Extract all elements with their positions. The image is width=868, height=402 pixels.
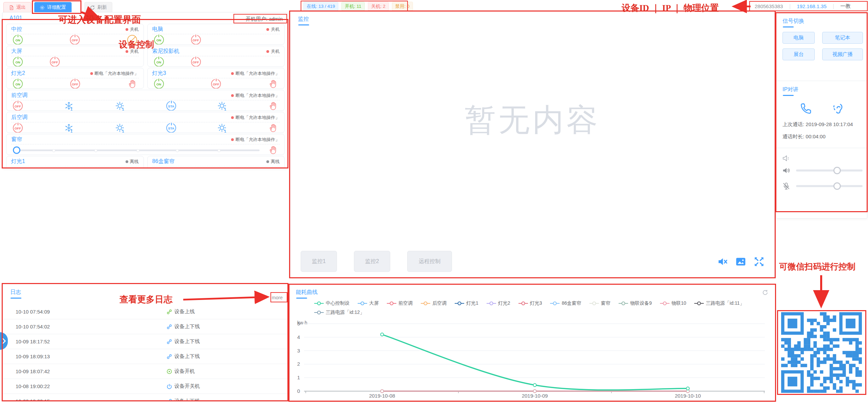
legend-item[interactable]: 灯光1 (455, 300, 478, 306)
monitor1-button[interactable]: 监控1 (301, 251, 337, 272)
device-title[interactable]: 灯光3 (152, 70, 166, 77)
cool-mode-icon[interactable]: 1 (64, 123, 74, 133)
power-off-button[interactable]: OFF (191, 35, 201, 45)
legend-item[interactable]: 86盒窗帘 (550, 300, 581, 306)
device-title[interactable]: 窗帘 (11, 136, 22, 143)
power-on-button[interactable]: ON (13, 79, 23, 89)
legend-item[interactable]: 后空调 (421, 300, 447, 306)
curtain-slider[interactable] (13, 145, 260, 155)
volume-slider[interactable] (796, 169, 863, 172)
listen-ear-icon[interactable] (830, 102, 845, 116)
svg-text:5: 5 (297, 321, 300, 326)
device-title[interactable]: 中控 (11, 26, 22, 33)
device-card-dengguang3: 灯光3 断电「允许本地操作」 ON OFF (147, 68, 285, 89)
manual-hand-icon[interactable] (268, 145, 278, 155)
more-logs-link[interactable]: more (272, 295, 283, 300)
fullscreen-icon[interactable] (753, 256, 765, 267)
power-on-button[interactable]: ON (154, 79, 164, 89)
device-title[interactable]: 前空调 (11, 92, 27, 99)
svg-text:1: 1 (71, 129, 73, 133)
remote-control-button[interactable]: 远程控制 (407, 251, 452, 272)
power-off-button[interactable]: OFF (70, 79, 80, 89)
power-on-button[interactable]: ON (154, 35, 164, 45)
power-off-button[interactable]: OFF (50, 57, 60, 67)
device-title[interactable]: 灯光2 (11, 70, 25, 77)
sta-mode-button[interactable]: STA (166, 123, 176, 133)
ban-icon[interactable] (127, 35, 137, 45)
status-dot (126, 160, 128, 163)
tab-room-a101[interactable]: A101 (10, 15, 22, 21)
refresh-icon (90, 5, 95, 10)
power-off-button[interactable]: OFF (13, 101, 23, 111)
power-on-button[interactable]: ON (154, 57, 164, 67)
power-off-button[interactable]: OFF (70, 35, 80, 45)
snapshot-image-icon[interactable] (735, 256, 747, 267)
signal-booth-button[interactable]: 展台 (782, 48, 815, 60)
chart-legend: 中心控制设大屏前空调后空调灯光1灯光2灯光386盒窗帘窗帘物联设备9物联10三路… (314, 300, 763, 316)
refresh-button[interactable]: 刷新 (84, 2, 112, 13)
manual-hand-icon[interactable] (128, 79, 137, 89)
fan-mode-icon[interactable]: 1 (217, 123, 227, 133)
legend-item[interactable]: 窗帘 (589, 300, 610, 306)
log-event: 设备开机 (167, 368, 195, 375)
power-off-button[interactable]: OFF (13, 123, 23, 133)
device-title[interactable]: 后空调 (11, 114, 27, 121)
fan-mode-icon[interactable]: 1 (217, 101, 227, 111)
power-on-count-badge: 开机: 11 (341, 2, 365, 11)
log-row: 10-09 18:09:13 设备上下线 (3, 349, 287, 364)
phone-call-icon[interactable] (799, 102, 813, 116)
signal-buttons: 电脑 笔记本 展台 视频广播 (782, 32, 863, 60)
manual-hand-icon[interactable] (268, 101, 278, 111)
wechat-qr-code (781, 312, 862, 393)
volume-slider-handle[interactable] (833, 167, 841, 174)
legend-item[interactable]: 大屏 (358, 300, 379, 306)
legend-item[interactable]: 灯光2 (487, 300, 510, 306)
cool-mode-icon[interactable]: 1 (64, 101, 74, 111)
monitor2-button[interactable]: 监控2 (354, 251, 390, 272)
signal-pc-button[interactable]: 电脑 (782, 32, 815, 44)
mute-speaker-icon[interactable] (717, 256, 728, 267)
mic-slider[interactable] (796, 185, 863, 187)
power-on-button[interactable]: ON (13, 35, 23, 45)
slider-handle[interactable] (13, 146, 20, 154)
legend-item[interactable]: 物联设备9 (619, 300, 652, 306)
mic-slider-handle[interactable] (833, 182, 841, 190)
power-off-button[interactable]: OFF (191, 57, 201, 67)
log-event: 设备上下线 (167, 398, 200, 401)
legend-item[interactable]: 前空调 (387, 300, 413, 306)
log-event: 设备上下线 (167, 323, 200, 330)
legend-item[interactable]: 三路电源「id:11」 (694, 300, 744, 306)
log-row: 10-10 07:54:02 设备上下线 (3, 319, 287, 334)
signal-broadcast-button[interactable]: 视频广播 (822, 48, 863, 60)
manual-hand-icon[interactable] (268, 79, 278, 89)
svg-text:1: 1 (297, 375, 300, 380)
device-title[interactable]: 电脑 (152, 26, 163, 33)
log-row: 10-10 07:54:09 设备上线 (3, 304, 287, 319)
detail-config-button[interactable]: 详细配置 (34, 2, 72, 13)
device-title[interactable]: 灯光1 (11, 158, 25, 165)
app-root: 退出 详细配置 刷新 在线: 13 / 419 开机: 11 关机: 2 禁用:… (0, 0, 868, 402)
mic-muted-icon[interactable] (782, 182, 791, 190)
device-title[interactable]: 大屏 (11, 48, 22, 55)
exit-button[interactable]: 退出 (3, 2, 31, 13)
heat-mode-icon[interactable]: 1 (115, 101, 125, 111)
legend-item[interactable]: 三路电源「id:12」 (314, 309, 364, 316)
status-dot (90, 72, 93, 75)
device-title[interactable]: 86盒窗帘 (152, 158, 175, 165)
device-control-panel: A101 开机用户: admin 中控 关机 ON OFF 电脑 关机 ON O… (2, 12, 288, 168)
sta-mode-button[interactable]: STA (166, 101, 176, 111)
heat-mode-icon[interactable]: 1 (115, 123, 125, 133)
device-title[interactable]: 索尼投影机 (152, 48, 180, 55)
chart-refresh-icon[interactable] (762, 289, 768, 296)
legend-item[interactable]: 灯光3 (518, 300, 542, 306)
legend-item[interactable]: 物联10 (660, 300, 686, 306)
legend-item[interactable]: 中心控制设 (314, 300, 350, 306)
signal-switch-title: 信号切换 (782, 18, 804, 25)
power-off-button[interactable]: OFF (211, 79, 221, 89)
volume-icon[interactable] (782, 166, 791, 175)
power-on-button[interactable]: ON (13, 57, 23, 67)
device-card-grid: 中控 关机 ON OFF 电脑 关机 ON OFF 大屏 关机 (6, 24, 285, 168)
signal-laptop-button[interactable]: 笔记本 (822, 32, 863, 44)
device-card-86chuanglian: 86盒窗帘 离线 (147, 156, 285, 168)
manual-hand-icon[interactable] (268, 123, 278, 133)
